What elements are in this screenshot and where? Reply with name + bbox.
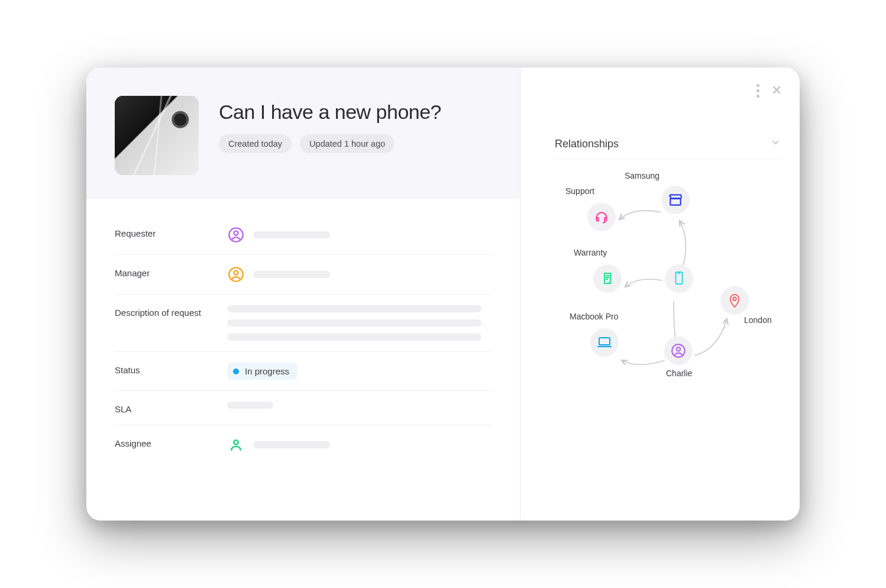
- node-london[interactable]: [720, 286, 749, 315]
- created-pill: Created today: [219, 134, 292, 153]
- field-label: Description of request: [115, 305, 215, 318]
- node-label: Warranty: [574, 248, 607, 257]
- placeholder-bar: [253, 271, 330, 278]
- node-macbook[interactable]: [590, 328, 619, 357]
- field-label: Manager: [115, 266, 215, 278]
- field-manager: Manager: [115, 255, 491, 295]
- ticket-window: Can I have a new phone? Created today Up…: [86, 67, 800, 521]
- close-button[interactable]: ✕: [771, 83, 782, 98]
- relationship-graph: Samsung Support Warranty Macbook Pro: [555, 171, 781, 425]
- ticket-fields: Requester Manager Descript: [86, 199, 520, 464]
- node-label: Samsung: [625, 171, 659, 180]
- field-label: SLA: [115, 402, 215, 414]
- node-charlie[interactable]: [664, 337, 693, 365]
- node-device-phone[interactable]: [665, 264, 693, 293]
- field-requester: Requester: [115, 215, 491, 255]
- headset-icon: [594, 209, 609, 225]
- field-assignee: Assignee: [115, 425, 491, 464]
- ticket-title: Can I have a new phone?: [219, 101, 441, 124]
- svg-rect-7: [599, 338, 610, 345]
- location-pin-icon: [728, 293, 741, 308]
- svg-point-1: [234, 231, 238, 235]
- field-label: Requester: [115, 226, 215, 238]
- field-description: Description of request: [115, 295, 491, 352]
- svg-point-3: [234, 271, 238, 275]
- node-samsung[interactable]: [661, 186, 690, 214]
- person-circle-icon: [671, 343, 686, 358]
- phone-icon: [672, 271, 685, 286]
- status-dot-icon: [233, 369, 239, 374]
- field-label: Status: [115, 363, 215, 375]
- status-text: In progress: [245, 366, 289, 376]
- person-icon: [227, 436, 245, 454]
- more-menu-button[interactable]: [756, 84, 759, 98]
- side-panel: ✕ Relationships: [520, 67, 800, 521]
- node-warranty[interactable]: [593, 264, 622, 293]
- person-circle-icon: [227, 226, 245, 244]
- ticket-header: Can I have a new phone? Created today Up…: [86, 67, 520, 199]
- placeholder-bar: [253, 441, 330, 448]
- placeholder-bar: [253, 231, 330, 238]
- document-icon: [600, 272, 615, 286]
- svg-point-4: [234, 440, 238, 444]
- node-label: Support: [565, 186, 594, 196]
- section-title: Relationships: [555, 138, 619, 150]
- node-label: London: [744, 315, 772, 325]
- svg-point-10: [733, 298, 736, 301]
- chevron-down-icon: [770, 137, 781, 150]
- placeholder-bar: [227, 334, 481, 341]
- person-circle-icon: [227, 266, 245, 283]
- placeholder-bar: [227, 305, 481, 312]
- field-sla: SLA: [115, 391, 491, 425]
- placeholder-bar: [227, 319, 481, 327]
- status-badge: In progress: [227, 363, 298, 380]
- store-icon: [668, 192, 683, 208]
- node-support[interactable]: [587, 203, 616, 231]
- ticket-thumbnail: [115, 96, 199, 175]
- svg-point-9: [677, 347, 681, 351]
- laptop-icon: [596, 336, 613, 349]
- field-status: Status In progress: [115, 352, 491, 391]
- relationships-header[interactable]: Relationships: [555, 82, 781, 159]
- field-label: Assignee: [115, 436, 215, 448]
- node-label: Charlie: [666, 369, 692, 378]
- updated-pill: Updated 1 hour ago: [300, 134, 395, 153]
- node-label: Macbook Pro: [570, 312, 618, 321]
- ticket-main: Can I have a new phone? Created today Up…: [86, 67, 520, 521]
- placeholder-bar: [227, 402, 273, 409]
